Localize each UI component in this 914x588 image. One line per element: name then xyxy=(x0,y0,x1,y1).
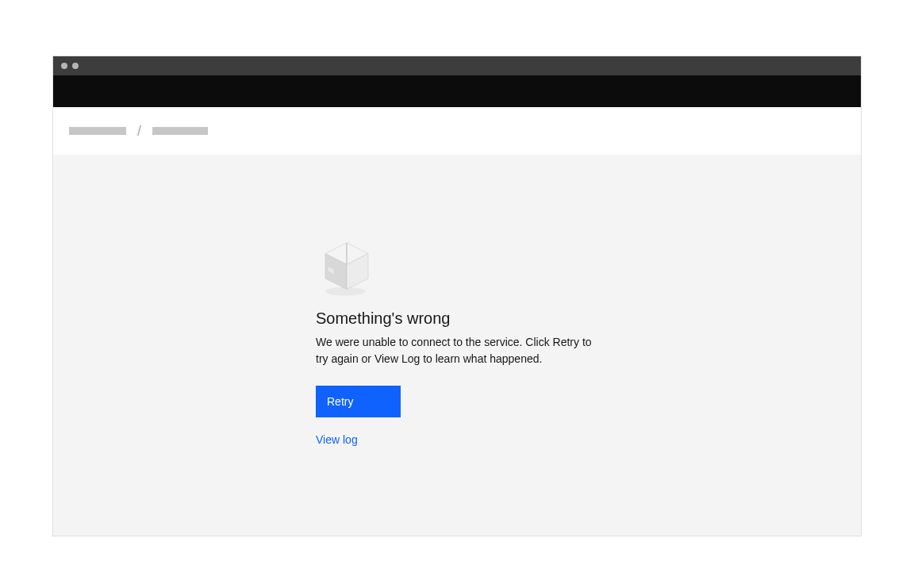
error-title: Something's wrong xyxy=(316,309,598,328)
browser-window: / S xyxy=(52,56,862,536)
breadcrumb-item[interactable] xyxy=(69,127,126,135)
error-block: Something's wrong We were unable to conn… xyxy=(316,229,598,446)
breadcrumb-separator: / xyxy=(137,123,141,140)
minimize-window-icon[interactable] xyxy=(72,63,79,69)
breadcrumb-item[interactable] xyxy=(152,127,208,135)
content-area: Something's wrong We were unable to conn… xyxy=(53,155,861,536)
breadcrumb: / xyxy=(53,107,861,155)
window-titlebar xyxy=(53,56,861,75)
app-header xyxy=(53,75,861,107)
close-window-icon[interactable] xyxy=(61,63,67,69)
error-description: We were unable to connect to the service… xyxy=(316,334,598,367)
view-log-link[interactable]: View log xyxy=(316,433,598,446)
box-icon xyxy=(311,229,382,300)
retry-button[interactable]: Retry xyxy=(316,386,401,417)
